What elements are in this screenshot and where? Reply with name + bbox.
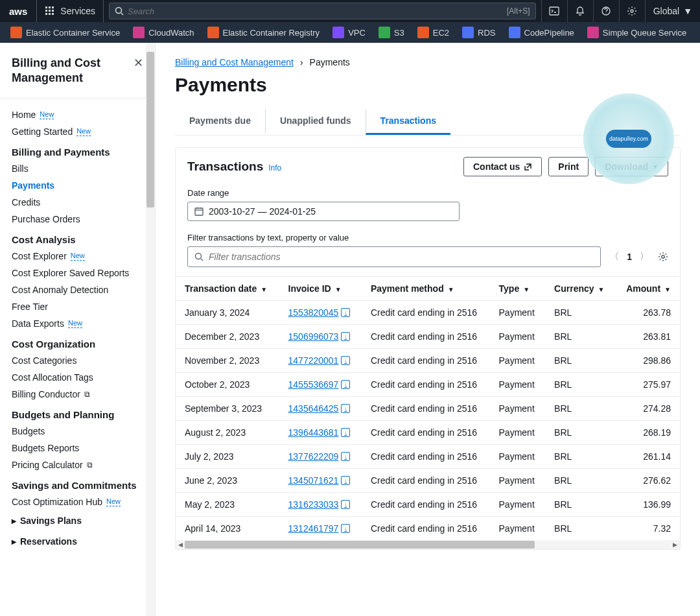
cell-invoice: 1506996073 ↓ (279, 325, 362, 349)
sidebar-item[interactable]: Home New (0, 106, 155, 123)
search-input[interactable] (124, 6, 507, 16)
sidebar-item-label: Credits (12, 197, 40, 207)
sidebar-item-label: Billing Conductor (12, 389, 80, 399)
print-button[interactable]: Print (548, 157, 589, 176)
download-icon: ↓ (341, 308, 350, 317)
sidebar-item[interactable]: Cost Explorer Saved Reports (0, 265, 155, 281)
cell-date: January 3, 2024 (176, 301, 279, 325)
cell-invoice: 1477220001 ↓ (279, 349, 362, 373)
search-icon (194, 252, 204, 261)
sidebar-item[interactable]: Budgets (0, 423, 155, 440)
cell-currency: BRL (545, 493, 615, 517)
region-selector[interactable]: Global ▼ (645, 0, 700, 22)
column-header[interactable]: Payment method▼ (362, 277, 490, 301)
favorite-service[interactable]: VPC (326, 22, 372, 43)
sidebar-item[interactable]: Cost Allocation Tags (0, 369, 155, 386)
favorite-service[interactable]: Elastic Container Service (4, 22, 126, 43)
close-icon[interactable]: ✕ (134, 56, 143, 70)
sidebar-item[interactable]: Bills (0, 160, 155, 177)
filter-input[interactable] (209, 252, 594, 262)
invoice-link[interactable]: 1455536697 ↓ (288, 379, 351, 390)
date-range-label: Date range (176, 185, 680, 202)
download-icon: ↓ (341, 500, 350, 509)
sidebar-item-label: Bills (12, 163, 29, 174)
sidebar-item[interactable]: Credits (0, 194, 155, 211)
sidebar-expandable[interactable]: ▸Reservations (0, 531, 155, 552)
service-icon (10, 27, 22, 38)
settings-icon[interactable] (619, 0, 645, 22)
sidebar-item[interactable]: Cost Categories (0, 352, 155, 369)
favorite-service[interactable]: S3 (372, 22, 411, 43)
calendar-icon (194, 207, 204, 216)
invoice-link[interactable]: 1377622209 ↓ (288, 451, 351, 462)
sidebar-item[interactable]: Billing Conductor ⧉ (0, 386, 155, 403)
favorite-service[interactable]: CodePipeline (502, 22, 581, 43)
invoice-link[interactable]: 1316233033 ↓ (288, 499, 351, 510)
table-row: April 14, 2023 1312461797 ↓ Credit card … (176, 517, 680, 541)
favorite-service[interactable]: Elastic Container Registry (201, 22, 327, 43)
invoice-link[interactable]: 1396443681 ↓ (288, 427, 351, 438)
sidebar-item[interactable]: Budgets Reports (0, 440, 155, 456)
sidebar-item[interactable]: Purchase Orders (0, 211, 155, 228)
invoice-link[interactable]: 1477220001 ↓ (288, 355, 351, 366)
svg-rect-0 (45, 6, 47, 8)
notifications-icon[interactable] (567, 0, 593, 22)
svg-rect-3 (45, 10, 47, 12)
info-link[interactable]: Info (268, 163, 281, 172)
download-button[interactable]: Download ▼ (595, 157, 668, 176)
invoice-link[interactable]: 1435646425 ↓ (288, 403, 351, 414)
sidebar-item[interactable]: Payments (0, 177, 155, 194)
cell-currency: BRL (545, 517, 615, 541)
sidebar-item[interactable]: Cost Explorer New (0, 248, 155, 265)
prev-page-icon[interactable]: 〈 (610, 251, 619, 263)
column-header[interactable]: Amount▼ (615, 277, 680, 301)
search-icon (115, 6, 124, 16)
date-range-input[interactable]: 2003-10-27 — 2024-01-25 (187, 202, 460, 221)
sidebar-item-label: Payments (12, 180, 54, 191)
favorite-service[interactable]: Simple Queue Service (581, 22, 693, 43)
tab[interactable]: Unapplied funds (265, 109, 366, 135)
next-page-icon[interactable]: 〉 (640, 251, 649, 263)
services-menu[interactable]: Services (37, 0, 104, 22)
invoice-link[interactable]: 1506996073 ↓ (288, 331, 351, 342)
column-header[interactable]: Type▼ (490, 277, 546, 301)
cloudshell-icon[interactable] (541, 0, 567, 22)
cell-date: July 2, 2023 (176, 445, 279, 469)
sidebar-item-label: Free Tier (12, 302, 48, 312)
page-number: 1 (627, 252, 632, 262)
favorite-service[interactable]: CloudWatch (126, 22, 200, 43)
contact-us-button[interactable]: Contact us (463, 157, 542, 176)
tab[interactable]: Payments due (175, 109, 265, 135)
column-header[interactable]: Currency▼ (545, 277, 615, 301)
sidebar-item[interactable]: Cost Anomaly Detection (0, 281, 155, 298)
cell-type: Payment (490, 397, 546, 421)
filter-input-wrapper[interactable] (187, 246, 601, 267)
aws-logo[interactable]: aws (0, 0, 37, 22)
tab[interactable]: Transactions (366, 109, 450, 135)
sidebar-item[interactable]: Cost Optimization Hub New (0, 493, 155, 510)
svg-rect-7 (49, 13, 51, 15)
sidebar-item[interactable]: Data Exports New (0, 315, 155, 332)
help-icon[interactable] (593, 0, 619, 22)
invoice-link[interactable]: 1312461797 ↓ (288, 523, 351, 534)
global-search[interactable]: [Alt+S] (109, 3, 536, 19)
scrollbar[interactable] (146, 43, 155, 616)
column-header[interactable]: Transaction date▼ (176, 277, 279, 301)
sidebar-item[interactable]: Pricing Calculator ⧉ (0, 456, 155, 473)
invoice-link[interactable]: 1553820045 ↓ (288, 307, 351, 318)
horizontal-scrollbar[interactable]: ◀▶ (176, 540, 680, 549)
sidebar-item[interactable]: Getting Started New (0, 123, 155, 140)
chevron-down-icon: ▼ (652, 163, 659, 171)
sidebar-item[interactable]: Free Tier (0, 298, 155, 315)
breadcrumb-root[interactable]: Billing and Cost Management (175, 57, 294, 67)
service-label: S3 (394, 28, 404, 38)
download-icon: ↓ (341, 404, 350, 413)
sidebar-item-label: Home (12, 110, 36, 120)
service-icon (207, 27, 219, 38)
invoice-link[interactable]: 1345071621 ↓ (288, 475, 351, 486)
sidebar-expandable[interactable]: ▸Savings Plans (0, 510, 155, 531)
favorite-service[interactable]: RDS (456, 22, 502, 43)
favorite-service[interactable]: EC2 (411, 22, 456, 43)
table-settings-icon[interactable] (658, 252, 668, 262)
column-header[interactable]: Invoice ID▼ (279, 277, 362, 301)
